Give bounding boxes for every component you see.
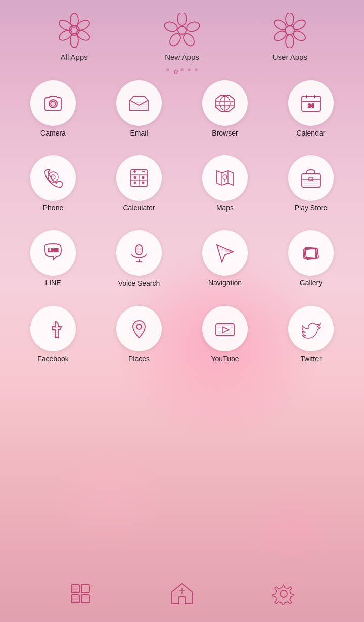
svg-text:LINE: LINE [48, 248, 59, 253]
top-apps-row: All Apps New Apps [0, 0, 364, 66]
facebook-icon [30, 306, 76, 351]
phone-icon [30, 155, 76, 201]
app-browser[interactable]: Browser [190, 80, 260, 137]
nav-apps-grid[interactable] [69, 583, 92, 605]
voice-search-icon [116, 230, 162, 276]
svg-rect-96 [216, 324, 234, 336]
svg-text:24: 24 [308, 103, 314, 109]
bottom-navigation [0, 570, 364, 622]
play-store-label: Play Store [295, 204, 328, 212]
youtube-label: YouTube [211, 354, 239, 363]
new-apps-flower-icon [162, 10, 202, 51]
app-maps[interactable]: Maps [190, 155, 260, 212]
app-calendar[interactable]: 24 Calendar [276, 80, 346, 137]
svg-point-12 [178, 26, 186, 34]
app-voice-search[interactable]: Voice Search [104, 230, 174, 288]
svg-point-56 [143, 182, 144, 184]
svg-point-16 [286, 35, 294, 48]
calendar-icon: 24 [288, 80, 334, 126]
svg-point-6 [69, 25, 79, 35]
app-line[interactable]: LINE LINE [18, 230, 88, 287]
svg-point-11 [164, 20, 178, 33]
svg-point-89 [136, 324, 142, 329]
play-store-icon [288, 155, 334, 201]
camera-icon [30, 80, 76, 126]
app-gallery[interactable]: Gallery [276, 230, 346, 287]
facebook-label: Facebook [37, 354, 68, 363]
svg-point-54 [143, 177, 144, 179]
phone-label: Phone [43, 204, 63, 212]
svg-line-117 [173, 592, 178, 595]
browser-label: Browser [212, 129, 238, 137]
gallery-icon [288, 230, 334, 276]
user-apps-label: User Apps [272, 53, 307, 61]
dot-3 [180, 68, 184, 71]
youtube-icon [202, 306, 248, 351]
svg-point-5 [57, 18, 73, 32]
navigation-icon [202, 230, 248, 276]
svg-point-7 [177, 13, 187, 25]
top-app-new-apps[interactable]: New Apps [162, 10, 202, 61]
app-row-1: Camera Email [0, 76, 364, 141]
app-email[interactable]: Email [104, 80, 174, 137]
gallery-label: Gallery [300, 279, 322, 287]
svg-point-8 [186, 20, 200, 33]
app-row-4: Facebook Places [0, 302, 364, 367]
app-facebook[interactable]: Facebook [18, 306, 88, 363]
places-label: Places [128, 354, 150, 363]
svg-point-53 [134, 177, 136, 179]
email-icon [116, 80, 162, 126]
nav-settings[interactable] [272, 583, 295, 605]
calculator-label: Calculator [123, 204, 155, 212]
svg-rect-105 [71, 595, 79, 603]
twitter-label: Twitter [300, 354, 321, 363]
dot-1 [166, 68, 169, 71]
nav-home[interactable] [169, 581, 195, 607]
app-youtube[interactable]: YouTube [190, 306, 260, 363]
svg-point-1 [75, 18, 91, 32]
all-apps-flower-icon [54, 10, 95, 51]
svg-point-19 [285, 26, 294, 35]
calendar-label: Calendar [297, 129, 326, 137]
app-phone[interactable]: Phone [18, 155, 88, 212]
svg-rect-103 [71, 585, 79, 593]
app-row-2: Phone [0, 151, 364, 216]
svg-line-75 [225, 252, 233, 255]
places-icon [116, 306, 162, 351]
svg-point-45 [51, 175, 55, 179]
svg-rect-106 [81, 595, 89, 603]
top-app-user-apps[interactable]: User Apps [269, 10, 310, 61]
dot-4 [188, 68, 191, 71]
top-app-all-apps[interactable]: All Apps [54, 10, 95, 61]
app-row-3: LINE LINE [0, 226, 364, 292]
svg-point-59 [223, 175, 227, 179]
svg-rect-104 [81, 585, 89, 593]
browser-icon [202, 80, 248, 126]
all-apps-label: All Apps [61, 53, 88, 61]
line-icon: LINE [30, 230, 76, 276]
twitter-icon [288, 306, 334, 351]
app-play-store[interactable]: Play Store [276, 155, 346, 212]
svg-line-118 [174, 594, 179, 597]
line-label: LINE [45, 279, 61, 287]
maps-label: Maps [216, 204, 234, 212]
app-navigation[interactable]: Navigation [190, 230, 260, 287]
svg-point-55 [134, 182, 136, 184]
navigation-label: Navigation [208, 279, 242, 287]
svg-point-119 [280, 590, 287, 597]
maps-icon [202, 155, 248, 201]
app-places[interactable]: Places [104, 306, 174, 363]
camera-label: Camera [40, 129, 66, 137]
dot-5 [195, 68, 198, 71]
app-twitter[interactable]: Twitter [276, 306, 346, 363]
svg-point-4 [57, 28, 73, 42]
calculator-icon [116, 155, 162, 201]
page-indicator: ✿ [0, 68, 364, 71]
svg-point-13 [286, 13, 294, 26]
voice-search-label: Voice Search [118, 279, 160, 288]
email-label: Email [130, 129, 148, 137]
app-calculator[interactable]: Calculator [104, 155, 174, 212]
dot-flower: ✿ [173, 68, 176, 71]
app-camera[interactable]: Camera [18, 80, 88, 137]
new-apps-label: New Apps [165, 53, 199, 61]
